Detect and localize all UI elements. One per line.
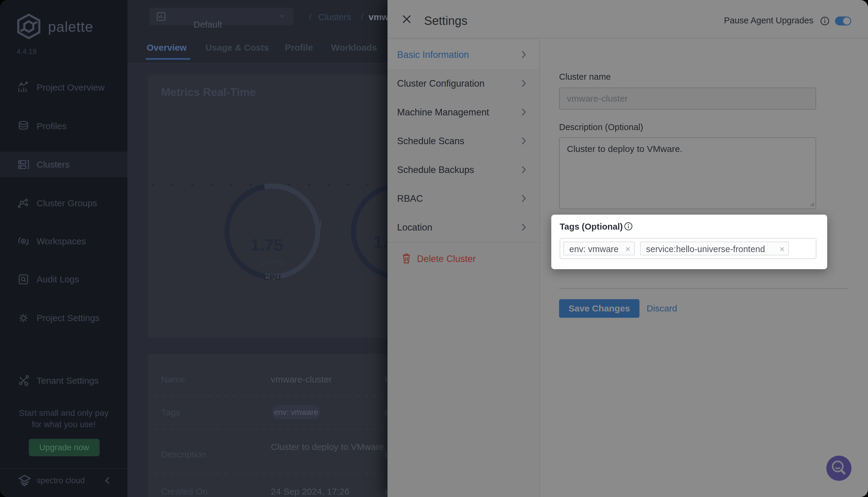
info-row-name-value: vmware-cluster	[271, 374, 332, 385]
info-icon[interactable]	[624, 222, 633, 231]
palette-logo-icon	[16, 13, 42, 40]
tab-usage-costs[interactable]: Usage & Costs	[206, 43, 269, 53]
spectro-cloud-logo-icon	[17, 474, 32, 487]
info-icon[interactable]	[820, 16, 830, 26]
brand-name: palette	[48, 18, 93, 35]
remove-tag-icon[interactable]: ×	[625, 244, 630, 254]
cpu-total-separator: /	[284, 241, 287, 253]
chevron-right-icon	[521, 79, 526, 87]
info-row-tags-label: Tags	[161, 407, 180, 417]
sidebar: palette 4.4.19 Project Overview Profiles	[0, 0, 127, 497]
project-selector-dropdown[interactable]: Default	[149, 8, 293, 25]
chevron-right-icon	[521, 223, 526, 231]
toggle-knob	[843, 17, 850, 25]
description-label: Description (Optional)	[559, 122, 643, 132]
menu-item-cluster-configuration[interactable]: Cluster Configuration	[388, 69, 539, 98]
chevron-right-icon	[521, 137, 526, 145]
settings-panel-title: Settings	[424, 14, 467, 28]
tab-workloads[interactable]: Workloads	[331, 43, 377, 53]
cpu-used-value: 1.75	[250, 235, 283, 254]
close-icon[interactable]	[400, 13, 413, 26]
upgrade-now-button[interactable]: Upgrade now	[29, 439, 100, 456]
row-divider	[154, 429, 418, 429]
trash-icon	[402, 253, 411, 264]
resize-handle-icon[interactable]	[809, 201, 815, 207]
layers-icon	[17, 120, 29, 132]
sidebar-item-clusters[interactable]: Clusters	[0, 152, 127, 178]
help-search-fab[interactable]	[826, 456, 852, 481]
tags-spotlight: Tags (Optional) env: vmware × service:he…	[551, 215, 827, 269]
cpu-total-value: 4	[289, 241, 294, 253]
footer-brand: spectro cloud	[37, 476, 85, 485]
chart-icon	[17, 82, 29, 94]
menu-divider	[388, 242, 539, 243]
metrics-title: Metrics Real-Time	[161, 86, 256, 99]
pause-agent-upgrades-toggle[interactable]	[835, 16, 851, 26]
breadcrumb-separator-2: /	[361, 12, 363, 22]
metrics-card: Metrics Real-Time Request / Total 1.75 /…	[148, 75, 424, 338]
cpu-gauge-label: CPU	[224, 273, 320, 282]
tag-chip: env: vmware	[272, 405, 320, 420]
info-row-description-label: Description	[161, 449, 206, 459]
tab-profile[interactable]: Profile	[285, 43, 313, 53]
chevron-right-icon	[521, 194, 526, 203]
menu-item-location[interactable]: Location	[388, 213, 539, 242]
orbit-icon	[17, 235, 29, 247]
delete-cluster-button[interactable]: Delete Cluster	[388, 246, 539, 273]
sidebar-collapse-chevron-icon[interactable]	[103, 476, 111, 485]
sidebar-item-project-settings[interactable]: Project Settings	[0, 305, 127, 331]
sidebar-item-cluster-groups[interactable]: Cluster Groups	[0, 190, 127, 216]
tags-input[interactable]: env: vmware × service:hello-universe-fro…	[560, 238, 816, 259]
description-textarea[interactable]: Cluster to deploy to VMware.	[559, 137, 816, 209]
gear-icon	[17, 312, 29, 324]
discard-button[interactable]: Discard	[647, 303, 677, 314]
chevron-right-icon	[521, 166, 526, 174]
tag-chip-env-vmware: env: vmware ×	[563, 242, 635, 255]
save-changes-button[interactable]: Save Changes	[559, 299, 640, 318]
breadcrumb-clusters-link[interactable]: Clusters	[318, 12, 351, 22]
pause-agent-upgrades-label: Pause Agent Upgrades	[724, 16, 813, 26]
project-selector-value: Default	[194, 19, 222, 30]
info-row-name-label: Name	[161, 374, 185, 385]
sidebar-footer-divider	[0, 468, 127, 469]
active-tab-underline	[145, 58, 191, 60]
settings-menu: Basic Information Cluster Configuration …	[388, 39, 540, 497]
breadcrumb-separator: /	[309, 12, 312, 22]
menu-item-schedule-scans[interactable]: Schedule Scans	[388, 127, 539, 155]
sidebar-item-audit-logs[interactable]: Audit Logs	[0, 267, 127, 292]
promo-text-line2: for what you use!	[0, 420, 127, 429]
remove-tag-icon[interactable]: ×	[780, 244, 785, 254]
row-divider	[154, 396, 418, 396]
sidebar-item-project-overview[interactable]: Project Overview	[0, 75, 127, 100]
menu-item-basic-information[interactable]: Basic Information	[388, 40, 539, 69]
sidebar-item-workspaces[interactable]: Workspaces	[0, 228, 127, 254]
sidebar-item-profiles[interactable]: Profiles	[0, 113, 127, 139]
cluster-name-input	[559, 87, 816, 110]
tag-chip-service-hello-universe-frontend: service:hello-universe-frontend ×	[640, 242, 789, 255]
chevron-right-icon	[521, 51, 526, 59]
dashboard-icon	[156, 11, 166, 22]
menu-item-rbac[interactable]: RBAC	[388, 184, 539, 213]
cluster-name-label: Cluster name	[559, 72, 611, 82]
info-row-description-value: Cluster to deploy to VMware.	[271, 440, 403, 454]
app-version: 4.4.19	[16, 47, 37, 56]
chevron-down-icon	[279, 14, 285, 18]
form-divider	[559, 288, 849, 289]
servers-icon	[17, 159, 29, 171]
tags-label: Tags (Optional)	[560, 222, 623, 232]
info-row-created-label: Created On	[161, 486, 208, 497]
tools-icon	[17, 375, 29, 387]
tab-overview[interactable]: Overview	[147, 43, 186, 53]
menu-item-schedule-backups[interactable]: Schedule Backups	[388, 155, 539, 184]
log-search-icon	[17, 273, 29, 285]
menu-item-machine-management[interactable]: Machine Management	[388, 98, 539, 127]
cpu-unit: Cores	[224, 256, 320, 267]
app-root: palette 4.4.19 Project Overview Profiles	[0, 0, 868, 497]
sidebar-item-tenant-settings[interactable]: Tenant Settings	[0, 368, 127, 394]
cluster-info-card: Name vmware-cluster H Tags env: vmware C…	[148, 354, 424, 497]
network-icon	[17, 197, 29, 209]
row-divider	[154, 474, 418, 474]
chevron-right-icon	[521, 108, 526, 116]
promo-text-line1: Start small and only pay	[0, 408, 127, 418]
info-row-created-value: 24 Sep 2024, 17:26	[271, 486, 349, 497]
